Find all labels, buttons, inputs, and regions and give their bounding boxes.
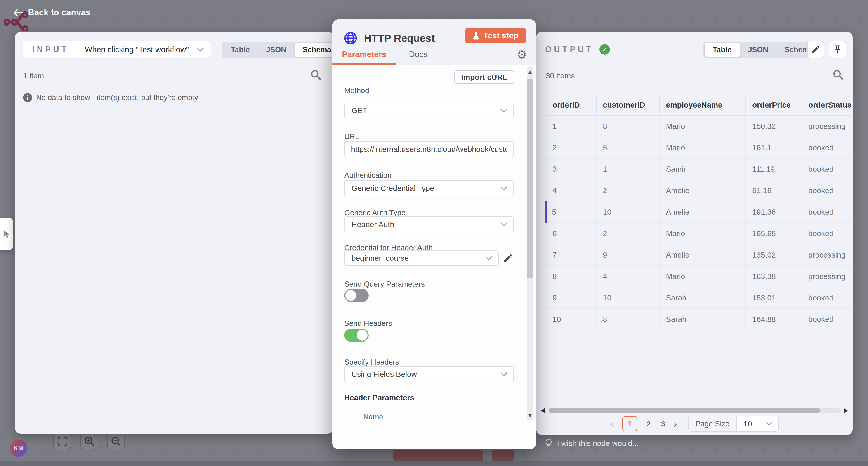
generic-auth-type-select[interactable]: Header Auth (344, 217, 514, 232)
scroll-down-arrow-icon[interactable]: ▼ (527, 412, 533, 419)
send-headers-toggle[interactable] (344, 329, 369, 342)
edit-credential-icon[interactable] (502, 253, 514, 264)
output-tab-table[interactable]: Table (705, 43, 740, 57)
scroll-right-arrow-icon[interactable] (844, 408, 848, 413)
table-row[interactable]: 18Mario150.32processing (546, 115, 852, 137)
specify-headers-value: Using Fields Below (351, 370, 417, 378)
table-cell: Mario (659, 115, 746, 137)
scrollbar-thumb[interactable] (549, 408, 820, 413)
table-row[interactable]: 910Sarah153.01booked (546, 287, 852, 308)
input-items-count: 1 item (23, 71, 44, 80)
input-search-icon[interactable] (311, 70, 321, 80)
scroll-up-arrow-icon[interactable]: ▲ (527, 69, 533, 75)
column-header[interactable]: orderPrice (746, 94, 802, 115)
specify-headers-label: Specify Headers (344, 358, 399, 366)
tab-parameters[interactable]: Parameters (332, 44, 396, 65)
globe-icon (344, 31, 358, 45)
table-cell: 5 (546, 201, 596, 223)
back-to-canvas-label: Back to canvas (28, 8, 91, 18)
chevron-down-icon (500, 186, 507, 191)
success-check-icon: ✓ (599, 44, 610, 55)
input-drag-handle-tab[interactable] (0, 218, 13, 250)
next-page-icon[interactable]: › (673, 417, 677, 431)
table-cell: 10 (596, 201, 659, 223)
column-header[interactable]: employeeName (659, 94, 746, 115)
page-button-3[interactable]: 3 (656, 420, 670, 428)
table-cell: 8 (596, 115, 659, 137)
table-cell: 1 (546, 115, 596, 137)
page-button-2[interactable]: 2 (641, 420, 656, 428)
node-feedback-link[interactable]: I wish this node would... (545, 439, 639, 448)
chevron-down-icon (500, 372, 507, 376)
table-cell: 2 (596, 223, 659, 244)
specify-headers-select[interactable]: Using Fields Below (344, 366, 514, 382)
chevron-down-icon (766, 422, 772, 426)
credential-select[interactable]: beginner_course (344, 250, 499, 266)
input-source-control: INPUT When clicking "Test workflow" (23, 41, 211, 58)
page-size-label: Page Size (689, 416, 737, 431)
modal-scrollbar[interactable]: ▲ ▼ (527, 67, 533, 420)
canvas-bottom-strip (0, 461, 868, 466)
method-select[interactable]: GET (344, 103, 514, 119)
avatar[interactable]: KM (10, 440, 27, 457)
table-cell: 2 (546, 137, 596, 158)
table-row[interactable]: 25Mario161.1booked (546, 137, 852, 158)
test-step-button[interactable]: Test step (465, 28, 526, 43)
column-header[interactable]: customerID (596, 94, 659, 115)
input-panel-title: INPUT (23, 41, 76, 58)
table-cell: 4 (546, 180, 596, 201)
zoom-out-button[interactable] (107, 432, 125, 450)
table-row[interactable]: 108Sarah164.88booked (546, 308, 852, 330)
input-source-selector[interactable]: When clicking "Test workflow" (76, 41, 211, 58)
url-input[interactable] (344, 141, 514, 157)
method-value: GET (351, 106, 367, 115)
table-row[interactable]: 31Samir111.19booked (546, 158, 852, 180)
info-icon: i (23, 93, 32, 102)
output-search-icon[interactable] (833, 70, 844, 80)
page-size-select[interactable]: 10 (737, 416, 778, 431)
input-empty-state: i No data to show - item(s) exist, but t… (23, 93, 198, 102)
pin-data-button[interactable] (829, 41, 846, 58)
send-query-parameters-toggle[interactable] (344, 289, 369, 302)
output-panel: OUTPUT ✓ Table JSON Schema 30 items orde… (536, 32, 852, 435)
scrollbar-thumb[interactable] (527, 79, 533, 278)
tab-docs[interactable]: Docs (400, 44, 436, 65)
edit-output-button[interactable] (807, 41, 825, 58)
table-cell: 6 (546, 223, 596, 244)
input-tab-table[interactable]: Table (223, 43, 258, 57)
table-cell: Mario (659, 223, 746, 244)
table-cell: 8 (546, 266, 596, 287)
column-header[interactable]: orderID (546, 94, 596, 115)
prev-page-icon[interactable]: ‹ (611, 417, 614, 431)
output-panel-title: OUTPUT (545, 45, 594, 54)
zoom-in-button[interactable] (81, 432, 98, 450)
zoom-out-icon (111, 436, 121, 446)
table-cell: 8 (596, 308, 659, 330)
input-view-tabs: Table JSON Schema (221, 41, 340, 58)
output-horizontal-scrollbar[interactable] (541, 408, 848, 413)
table-cell: 1 (596, 158, 659, 180)
chevron-down-icon (485, 256, 492, 260)
chevron-down-icon (197, 47, 204, 52)
page-button-1[interactable]: 1 (622, 416, 637, 431)
table-row[interactable]: 510Amelie191.36booked (546, 201, 852, 223)
table-cell: Amelie (659, 201, 746, 223)
table-row[interactable]: 62Mario165.65booked (546, 223, 852, 244)
table-row[interactable]: 42Amelie61.16booked (546, 180, 852, 201)
output-tab-json[interactable]: JSON (740, 43, 776, 57)
chevron-down-icon (500, 222, 507, 227)
input-tab-json[interactable]: JSON (258, 43, 294, 57)
column-header[interactable]: orderStatus (802, 94, 852, 115)
table-row[interactable]: 84Mario163.38processing (546, 266, 852, 287)
authentication-select[interactable]: Generic Credential Type (344, 180, 514, 196)
gear-icon[interactable]: ⚙ (517, 49, 527, 61)
chevron-down-icon (500, 108, 507, 113)
back-to-canvas-button[interactable]: Back to canvas (13, 8, 91, 18)
table-cell: 7 (546, 244, 596, 266)
zoom-to-fit-button[interactable] (53, 432, 71, 450)
page-size-value: 10 (743, 420, 752, 428)
scroll-left-arrow-icon[interactable] (541, 408, 545, 413)
lightbulb-icon (545, 439, 553, 448)
import-curl-button[interactable]: Import cURL (454, 70, 514, 84)
table-row[interactable]: 79Amelie135.02processing (546, 244, 852, 266)
